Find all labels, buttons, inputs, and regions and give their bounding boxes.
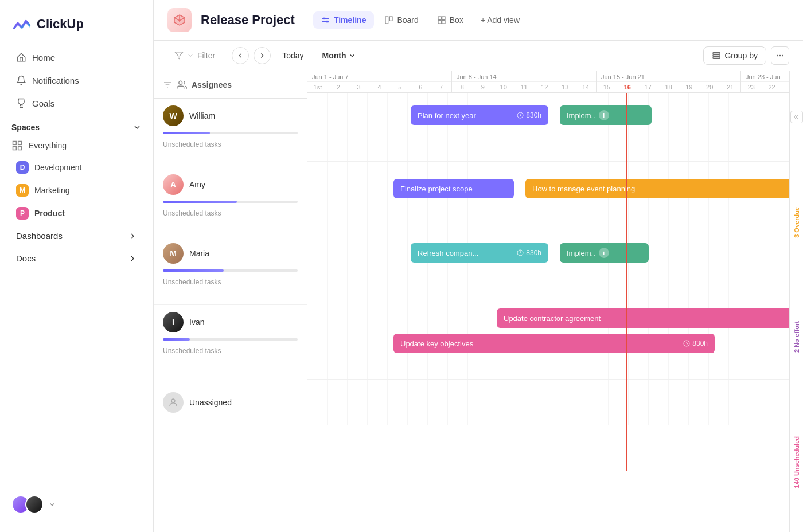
task-label-finalize: Finalize project scope [400, 185, 473, 193]
day-6: 6 [410, 82, 431, 92]
svg-rect-2 [13, 147, 17, 150]
assignee-row-william: W William Unscheduled tasks [154, 99, 307, 167]
sidebar-item-notifications-label: Notifications [32, 76, 79, 85]
unscheduled-label[interactable]: 140 Unscheduled [792, 432, 801, 492]
trophy-icon [16, 98, 26, 108]
task-effort-refresh: 830h [510, 249, 541, 257]
svg-point-20 [782, 55, 783, 57]
marketing-dot: M [16, 184, 29, 197]
sidebar-footer[interactable] [0, 486, 153, 523]
project-cube-icon [173, 13, 186, 27]
next-btn[interactable] [254, 47, 271, 64]
sidebar-item-marketing[interactable]: M Marketing [5, 179, 149, 201]
sidebar-item-product[interactable]: P Product [5, 202, 149, 224]
tab-board[interactable]: Board [376, 11, 426, 29]
main-content: Release Project Timeline Board Box [154, 0, 803, 532]
docs-label: Docs [16, 253, 36, 263]
task-label-event: How to manage event planning [532, 185, 635, 193]
task-refresh-company[interactable]: Refresh compan... 830h [411, 243, 548, 263]
add-view-label: + Add view [481, 15, 520, 25]
add-view-btn[interactable]: + Add view [474, 11, 527, 29]
sidebar-item-goals-label: Goals [32, 99, 54, 108]
board-icon [384, 15, 393, 25]
timeline-row-william: Plan for next year 830h Implem.. i [307, 93, 789, 162]
bell-icon [16, 75, 26, 85]
sidebar-item-home[interactable]: Home [5, 46, 149, 68]
prev-btn[interactable] [232, 47, 249, 64]
svg-rect-13 [442, 21, 445, 24]
chevron-down-footer-icon [48, 500, 56, 508]
week-label-jun15: Jun 15 - Jun 21 [597, 71, 740, 82]
day-14: 14 [575, 82, 596, 92]
week-label-jun8: Jun 8 - Jun 14 [452, 71, 596, 82]
spaces-section-header[interactable]: Spaces [0, 115, 153, 135]
month-btn[interactable]: Month [315, 48, 363, 64]
avatar-user2 [25, 495, 44, 514]
sidebar-item-everything-label: Everything [29, 141, 67, 150]
sidebar-item-docs[interactable]: Docs [5, 248, 149, 269]
day-5: 5 [389, 82, 410, 92]
tab-timeline[interactable]: Timeline [313, 11, 375, 29]
assignee-row-unassigned: Unassigned [154, 385, 307, 431]
month-label: Month [322, 51, 346, 60]
more-options-btn[interactable] [771, 46, 789, 65]
filter-chevron-icon [187, 52, 194, 59]
assignee-row-amy: A Amy Unscheduled tasks [154, 167, 307, 236]
svg-rect-9 [390, 17, 393, 21]
timeline-content: Plan for next year 830h Implem.. i [307, 93, 789, 532]
week-label-jun1: Jun 1 - Jun 7 [307, 71, 451, 82]
task-finalize-scope[interactable]: Finalize project scope [393, 179, 514, 198]
svg-rect-7 [326, 21, 329, 23]
dashboards-label: Dashboards [16, 231, 63, 241]
sidebar-logo[interactable]: ClickUp [0, 9, 153, 46]
day-7: 7 [431, 82, 451, 92]
task-contractor[interactable]: Update contractor agreement [497, 308, 789, 328]
group-by-btn[interactable]: Group by [703, 46, 766, 65]
day-22: 22 [762, 82, 782, 92]
clickup-logo-icon [11, 14, 32, 34]
unscheduled-amy: Unscheduled tasks [163, 209, 221, 217]
task-label-refresh: Refresh compan... [418, 249, 478, 257]
sidebar-item-home-label: Home [32, 53, 55, 62]
sidebar-item-everything[interactable]: Everything [0, 135, 153, 156]
no-effort-label[interactable]: 2 No effort [792, 316, 801, 357]
product-dot: P [16, 207, 29, 220]
week-label-jun23: Jun 23 - Jun [741, 71, 789, 82]
day-1: 1st [307, 82, 328, 92]
today-btn[interactable]: Today [275, 48, 310, 64]
assignees-sort-icon [163, 80, 172, 89]
assignee-name-amy: Amy [189, 180, 205, 189]
collapse-icon [793, 114, 800, 120]
tab-box[interactable]: Box [429, 11, 471, 29]
assignee-name-ivan: Ivan [189, 318, 204, 327]
task-key-objectives[interactable]: Update key objectives 830h [393, 334, 715, 353]
day-16: 16 [617, 82, 638, 92]
filter-btn[interactable]: Filter [167, 48, 227, 64]
overdue-label[interactable]: 3 Overdue [792, 202, 801, 242]
task-manage-event[interactable]: How to manage event planning [525, 179, 789, 198]
task-implement-maria[interactable]: Implem.. i [560, 243, 649, 263]
avatar-amy: A [163, 174, 184, 195]
svg-rect-16 [713, 55, 720, 57]
svg-rect-10 [438, 17, 441, 19]
sidebar-item-goals[interactable]: Goals [5, 92, 149, 114]
sidebar-item-dashboards[interactable]: Dashboards [5, 225, 149, 247]
task-plan-next-year[interactable]: Plan for next year 830h [411, 105, 548, 125]
progress-william [163, 132, 298, 134]
home-icon [16, 52, 26, 62]
right-sidebar: 3 Overdue 2 No effort 140 Unscheduled [789, 71, 803, 532]
task-label-impl: Implem.. [567, 111, 595, 120]
collapse-btn[interactable] [790, 111, 803, 123]
sidebar-item-development[interactable]: D Development [5, 157, 149, 178]
task-implement-william[interactable]: Implem.. i [560, 105, 652, 125]
day-18: 18 [658, 82, 679, 92]
svg-rect-3 [18, 147, 22, 150]
progress-ivan [163, 338, 298, 341]
left-panel: Assignees W William Unscheduled tasks A … [154, 71, 307, 532]
toolbar: Filter Today Month Group by [154, 41, 803, 71]
sidebar-item-notifications[interactable]: Notifications [5, 69, 149, 91]
assignee-name-maria: Maria [189, 249, 209, 258]
tab-timeline-label: Timeline [334, 15, 367, 25]
task-effort: 830h [510, 111, 541, 119]
day-17: 17 [638, 82, 658, 92]
